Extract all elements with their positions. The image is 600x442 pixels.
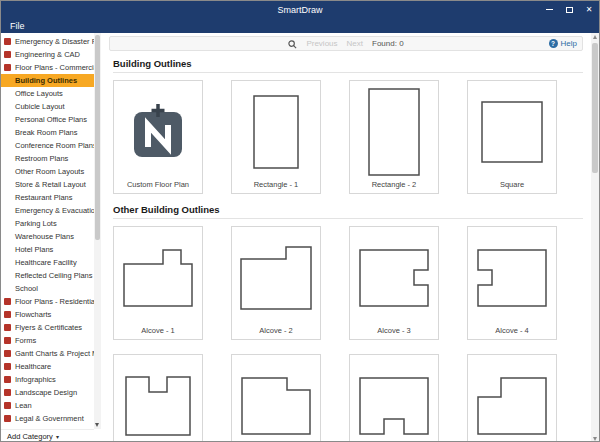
template-card[interactable]: Rectangle - 1 xyxy=(231,80,321,194)
help-button[interactable]: ? Help xyxy=(549,37,577,50)
sidebar-item-label: Flowcharts xyxy=(15,310,51,319)
template-card[interactable] xyxy=(349,354,439,442)
sidebar-item-label: Flyers & Certificates xyxy=(15,323,82,332)
category-sidebar: Emergency & Disaster Pla..Engineering & … xyxy=(1,33,101,442)
template-card[interactable] xyxy=(113,354,203,442)
menu-bar: File xyxy=(1,18,599,33)
template-card-label: Alcove - 1 xyxy=(114,324,202,339)
sidebar-item[interactable]: Other Room Layouts xyxy=(1,165,94,178)
sidebar-item-label: Other Room Layouts xyxy=(15,167,84,176)
sidebar-item[interactable]: Forms xyxy=(1,334,94,347)
template-card-label: Alcove - 4 xyxy=(468,324,556,339)
next-button[interactable]: Next xyxy=(347,39,363,48)
sidebar-item[interactable]: Engineering & CAD xyxy=(1,48,94,61)
sidebar-item-label: Emergency & Disaster Pla.. xyxy=(15,37,94,46)
close-button[interactable]: ✕ xyxy=(579,1,599,18)
sidebar-item[interactable]: Emergency & Evacuation xyxy=(1,204,94,217)
sidebar-item[interactable]: Restaurant Plans xyxy=(1,191,94,204)
sidebar-item[interactable]: Break Room Plans xyxy=(1,126,94,139)
alcove-1-icon xyxy=(114,227,202,324)
found-count: Found: 0 xyxy=(372,39,404,48)
add-category-button[interactable]: Add Category ▾ xyxy=(1,429,94,442)
template-card-label: Rectangle - 2 xyxy=(350,178,438,193)
template-card[interactable]: Custom Floor Plan xyxy=(113,80,203,194)
sidebar-scrollbar[interactable] xyxy=(94,33,101,429)
sidebar-item-label: Floor Plans - Commercial xyxy=(15,63,94,72)
sidebar-item-label: Building Outlines xyxy=(15,76,77,85)
template-card[interactable]: Alcove - 2 xyxy=(231,226,321,340)
help-icon: ? xyxy=(549,39,558,48)
template-card[interactable]: Square xyxy=(467,80,557,194)
category-icon xyxy=(4,337,11,344)
template-card[interactable] xyxy=(231,354,321,442)
menu-file[interactable]: File xyxy=(1,18,34,33)
alcove-3-icon xyxy=(350,227,438,324)
sidebar-item[interactable]: Legal & Government xyxy=(1,412,94,425)
template-card[interactable]: Alcove - 4 xyxy=(467,226,557,340)
maximize-button[interactable] xyxy=(559,1,579,18)
previous-button[interactable]: Previous xyxy=(306,39,337,48)
sidebar-scrollbar-thumb[interactable] xyxy=(95,35,100,240)
sidebar-item-label: Landscape Design xyxy=(15,388,77,397)
template-card[interactable]: Alcove - 3 xyxy=(349,226,439,340)
minimize-button[interactable] xyxy=(539,1,559,18)
sidebar-item-label: Gantt Charts & Project Mgt xyxy=(15,349,94,358)
scroll-down-icon[interactable] xyxy=(593,437,597,441)
template-card[interactable]: Alcove - 1 xyxy=(113,226,203,340)
sidebar-item-label: Legal & Government xyxy=(15,414,84,423)
sidebar-item[interactable]: Floor Plans - Commercial xyxy=(1,61,94,74)
template-card-label: Rectangle - 1 xyxy=(232,178,320,193)
search-toolbar: Previous Next Found: 0 ? Help xyxy=(109,36,583,51)
sidebar-item-label: Floor Plans - Residential xyxy=(15,297,94,306)
sidebar-item[interactable]: Hotel Plans xyxy=(1,243,94,256)
sidebar-item[interactable]: Cubicle Layout xyxy=(1,100,94,113)
sidebar-item[interactable]: Warehouse Plans xyxy=(1,230,94,243)
main-scrollbar[interactable] xyxy=(591,33,599,442)
sidebar-item[interactable]: Gantt Charts & Project Mgt xyxy=(1,347,94,360)
outline-6-icon xyxy=(232,355,320,442)
sidebar-item[interactable]: Landscape Design xyxy=(1,386,94,399)
sidebar-item[interactable]: Office Layouts xyxy=(1,87,94,100)
category-icon xyxy=(4,402,11,409)
sidebar-item[interactable]: Infographics xyxy=(1,373,94,386)
search-icon[interactable] xyxy=(288,35,297,53)
sidebar-scroll-down-icon[interactable] xyxy=(95,423,99,427)
sidebar-item[interactable]: Lean xyxy=(1,399,94,412)
sidebar-item-label: Emergency & Evacuation xyxy=(15,206,94,215)
sidebar-item[interactable]: Flyers & Certificates xyxy=(1,321,94,334)
sidebar-item-label: Personal Office Plans xyxy=(15,115,87,124)
sidebar-item-label: Reflected Ceiling Plans xyxy=(15,271,93,280)
sidebar-item[interactable]: Emergency & Disaster Pla.. xyxy=(1,35,94,48)
sidebar-item-label: Forms xyxy=(15,336,36,345)
sidebar-item[interactable]: Restroom Plans xyxy=(1,152,94,165)
sidebar-item-label: Warehouse Plans xyxy=(15,232,74,241)
sidebar-item[interactable]: School xyxy=(1,282,94,295)
template-card-grid: Alcove - 1Alcove - 2Alcove - 3Alcove - 4 xyxy=(113,226,583,442)
sidebar-item[interactable]: Reflected Ceiling Plans xyxy=(1,269,94,282)
main-scrollbar-thumb[interactable] xyxy=(592,43,598,173)
category-icon xyxy=(4,389,11,396)
template-card-label: Custom Floor Plan xyxy=(114,178,202,193)
template-sections: Building OutlinesCustom Floor PlanRectan… xyxy=(109,58,583,442)
sidebar-item[interactable]: Healthcare Facility xyxy=(1,256,94,269)
template-card[interactable]: Rectangle - 2 xyxy=(349,80,439,194)
category-icon xyxy=(4,311,11,318)
maximize-icon xyxy=(566,7,573,13)
sidebar-item[interactable]: Conference Room Plans xyxy=(1,139,94,152)
template-card-grid: Custom Floor PlanRectangle - 1Rectangle … xyxy=(113,80,583,194)
sidebar-item[interactable]: Personal Office Plans xyxy=(1,113,94,126)
sidebar-item[interactable]: Store & Retail Layout xyxy=(1,178,94,191)
sidebar-item-label: Engineering & CAD xyxy=(15,50,80,59)
template-card[interactable] xyxy=(467,354,557,442)
window-title: SmartDraw xyxy=(277,5,322,15)
sidebar-item[interactable]: Flowcharts xyxy=(1,308,94,321)
sidebar-item[interactable]: Healthcare xyxy=(1,360,94,373)
scroll-up-icon[interactable] xyxy=(593,35,597,39)
sidebar-item[interactable]: Floor Plans - Residential xyxy=(1,295,94,308)
sidebar-item-label: Break Room Plans xyxy=(15,128,78,137)
sidebar-item[interactable]: Parking Lots xyxy=(1,217,94,230)
app-window: SmartDraw ✕ File Emergency & Disaster Pl… xyxy=(0,0,600,442)
outline-5-icon xyxy=(114,355,202,442)
sidebar-item[interactable]: Building Outlines xyxy=(1,74,94,87)
sidebar-item-label: Cubicle Layout xyxy=(15,102,65,111)
